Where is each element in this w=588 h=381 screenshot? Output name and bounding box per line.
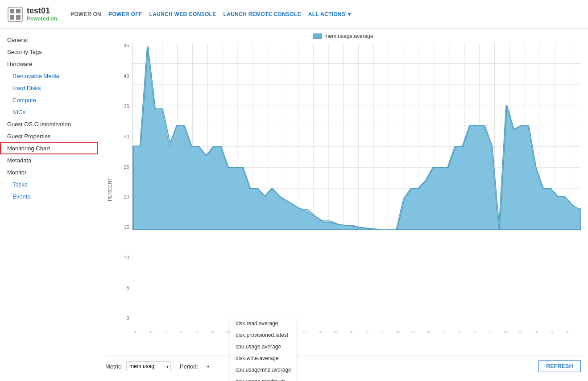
chart-legend: mem.usage.average — [105, 33, 581, 39]
sidebar-item-monitoring-chart[interactable]: Monitoring Chart — [0, 142, 98, 154]
period-control-group: Period: — [180, 362, 210, 371]
dropdown-option-cpu-usage-maximum[interactable]: cpu.usage.maximum — [230, 376, 297, 381]
sidebar: General Security Tags Hardware Removable… — [0, 29, 98, 381]
metric-control-group: Metric: mem.usag — [105, 361, 171, 371]
chart-inner: 45 40 35 30 25 20 15 10 5 0 — [114, 43, 581, 330]
legend-color-box — [313, 33, 322, 39]
refresh-button[interactable]: REFRESH — [538, 360, 581, 372]
power-off-button[interactable]: POWER OFF — [108, 11, 142, 17]
y-axis: 45 40 35 30 25 20 15 10 5 0 — [114, 43, 132, 330]
power-on-button[interactable]: POWER ON — [70, 11, 101, 17]
y-axis-label: PERCENT — [105, 43, 114, 336]
x-axis: 7:25 pm 7:26 pm 7:27 pm 7:28 pm 7:29 pm … — [114, 331, 581, 336]
chart-area: 45 40 35 30 25 20 15 10 5 0 — [114, 43, 581, 336]
period-select[interactable] — [202, 362, 210, 371]
sidebar-item-hardware[interactable]: Hardware — [0, 58, 98, 70]
metric-label: Metric: — [105, 363, 123, 370]
metric-select[interactable]: mem.usag — [126, 361, 171, 371]
sidebar-item-guest-os[interactable]: Guest OS Customization — [0, 118, 98, 130]
svg-rect-3 — [10, 15, 14, 20]
metric-select-wrapper[interactable]: mem.usag — [126, 361, 171, 371]
sidebar-item-removable-media[interactable]: Removable Media — [0, 70, 98, 82]
chart-controls: Metric: mem.usag Period: REFRESH — [105, 356, 581, 377]
svg-rect-2 — [16, 9, 21, 13]
sidebar-item-metadata[interactable]: Metadata — [0, 154, 98, 166]
launch-web-console-button[interactable]: LAUNCH WEB CONSOLE — [149, 11, 216, 17]
sidebar-item-nics[interactable]: NICs — [0, 106, 98, 118]
header: test01 Powered on POWER ON POWER OFF LAU… — [0, 0, 588, 29]
sidebar-item-general[interactable]: General — [0, 34, 98, 46]
monitoring-chart-svg — [132, 43, 581, 230]
main-content: mem.usage.average PERCENT 45 40 35 30 25… — [98, 29, 588, 381]
vm-logo: test01 Powered on — [7, 6, 57, 22]
vm-icon — [7, 6, 23, 22]
dropdown-option-disk-read-average[interactable]: disk.read.average — [230, 318, 297, 329]
launch-remote-console-button[interactable]: LAUNCH REMOTE CONSOLE — [224, 11, 301, 17]
svg-rect-4 — [16, 15, 21, 20]
sidebar-item-events[interactable]: Events — [0, 190, 98, 203]
vm-status: Powered on — [27, 16, 57, 22]
vm-name: test01 — [27, 6, 57, 16]
layout: General Security Tags Hardware Removable… — [0, 29, 588, 381]
sidebar-item-hard-disks[interactable]: Hard Disks — [0, 82, 98, 94]
period-select-wrapper[interactable] — [202, 362, 210, 371]
sidebar-item-guest-props[interactable]: Guest Properties — [0, 130, 98, 142]
vm-title: test01 Powered on — [27, 6, 57, 22]
chevron-down-icon: ▼ — [347, 11, 352, 17]
sidebar-item-security-tags[interactable]: Security Tags — [0, 46, 98, 58]
sidebar-item-monitor[interactable]: Monitor — [0, 166, 98, 178]
chart-with-yaxis: PERCENT 45 40 35 30 25 20 15 10 5 0 — [105, 43, 581, 336]
header-actions: POWER ON POWER OFF LAUNCH WEB CONSOLE LA… — [70, 11, 352, 17]
svg-marker-45 — [133, 46, 580, 230]
period-label: Period: — [180, 363, 198, 370]
dropdown-option-disk-provisioned-latest[interactable]: disk.provisioned.latest — [230, 329, 297, 341]
all-actions-button[interactable]: ALL ACTIONS ▼ — [308, 11, 352, 17]
dropdown-option-cpu-usage-average[interactable]: cpu.usage.average — [230, 341, 297, 352]
dropdown-option-cpu-usagemhz-average[interactable]: cpu.usagemhz.average — [230, 364, 297, 376]
dropdown-option-disk-write-average[interactable]: disk.write.average — [230, 352, 297, 364]
legend-label: mem.usage.average — [324, 33, 373, 39]
sidebar-item-compute[interactable]: Compute — [0, 94, 98, 106]
metric-dropdown: disk.read.average disk.provisioned.lates… — [230, 318, 297, 381]
svg-rect-1 — [10, 9, 14, 13]
sidebar-item-tasks[interactable]: Tasks — [0, 178, 98, 190]
